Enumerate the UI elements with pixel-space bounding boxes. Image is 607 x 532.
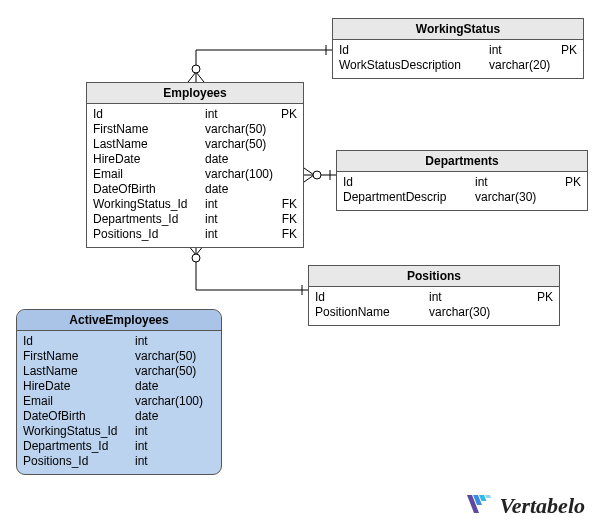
column-type: int [199, 212, 273, 227]
column-row: Departments_IdintFK [93, 212, 297, 227]
column-row: WorkStatusDescriptionvarchar(20) [339, 58, 577, 73]
column-type: int [129, 439, 191, 454]
entity-rows: IdintPKPositionNamevarchar(30) [309, 287, 559, 325]
column-type: varchar(20) [483, 58, 553, 73]
column-type: int [129, 424, 191, 439]
column-name: Departments_Id [93, 212, 199, 227]
column-name: DepartmentDescrip [343, 190, 469, 205]
column-row: Emailvarchar(100) [93, 167, 297, 182]
column-row: Positions_Idint [23, 454, 215, 469]
column-type: varchar(100) [199, 167, 273, 182]
entity-rows: IdintPKFirstNamevarchar(50)LastNamevarch… [87, 104, 303, 247]
column-name: Email [93, 167, 199, 182]
column-row: FirstNamevarchar(50) [93, 122, 297, 137]
column-type: varchar(30) [423, 305, 529, 320]
column-row: LastNamevarchar(50) [93, 137, 297, 152]
column-type: varchar(30) [469, 190, 557, 205]
column-type: varchar(50) [199, 137, 273, 152]
column-type: int [129, 334, 191, 349]
column-name: Id [315, 290, 423, 305]
column-row: Idint [23, 334, 215, 349]
column-name: PositionName [315, 305, 423, 320]
column-type: date [199, 152, 273, 167]
column-key: PK [529, 290, 553, 305]
column-name: LastName [93, 137, 199, 152]
svg-point-9 [313, 171, 321, 179]
column-row: DateOfBirthdate [93, 182, 297, 197]
column-key: FK [273, 212, 297, 227]
column-type: int [199, 197, 273, 212]
column-row: LastNamevarchar(50) [23, 364, 215, 379]
column-name: Id [339, 43, 483, 58]
svg-line-7 [304, 168, 314, 175]
entity-title: WorkingStatus [333, 19, 583, 40]
column-key: PK [553, 43, 577, 58]
svg-marker-20 [485, 495, 491, 498]
column-row: PositionNamevarchar(30) [315, 305, 553, 320]
column-name: WorkingStatus_Id [23, 424, 129, 439]
column-name: HireDate [23, 379, 129, 394]
column-name: FirstName [93, 122, 199, 137]
watermark-text: Vertabelo [499, 493, 585, 519]
vertabelo-logo-icon [465, 492, 493, 520]
column-name: Id [93, 107, 199, 122]
entity-title: Positions [309, 266, 559, 287]
column-name: FirstName [23, 349, 129, 364]
column-type: int [129, 454, 191, 469]
column-type: date [199, 182, 273, 197]
entity-departments: Departments IdintPKDepartmentDescripvarc… [336, 150, 588, 211]
svg-point-15 [192, 254, 200, 262]
column-name: LastName [23, 364, 129, 379]
column-row: Emailvarchar(100) [23, 394, 215, 409]
column-key: PK [273, 107, 297, 122]
column-type: int [199, 227, 273, 242]
column-type: date [129, 379, 191, 394]
svg-line-2 [188, 72, 196, 82]
column-row: WorkingStatus_Idint [23, 424, 215, 439]
column-row: HireDatedate [93, 152, 297, 167]
column-name: Positions_Id [93, 227, 199, 242]
column-type: int [469, 175, 557, 190]
column-name: Id [343, 175, 469, 190]
column-row: IdintPK [315, 290, 553, 305]
watermark: Vertabelo [465, 492, 585, 520]
column-name: WorkStatusDescription [339, 58, 483, 73]
entity-active-employees: ActiveEmployees IdintFirstNamevarchar(50… [16, 309, 222, 475]
column-type: varchar(100) [129, 394, 203, 409]
column-type: varchar(50) [199, 122, 273, 137]
svg-point-4 [192, 65, 200, 73]
column-type: varchar(50) [129, 349, 196, 364]
column-row: WorkingStatus_IdintFK [93, 197, 297, 212]
column-row: Positions_IdintFK [93, 227, 297, 242]
entity-working-status: WorkingStatus IdintPKWorkStatusDescripti… [332, 18, 584, 79]
entity-title: Departments [337, 151, 587, 172]
column-row: DepartmentDescripvarchar(30) [343, 190, 581, 205]
column-type: int [483, 43, 553, 58]
column-type: varchar(50) [129, 364, 196, 379]
entity-rows: IdintPKWorkStatusDescriptionvarchar(20) [333, 40, 583, 78]
entity-title: Employees [87, 83, 303, 104]
entity-rows: IdintPKDepartmentDescripvarchar(30) [337, 172, 587, 210]
column-row: HireDatedate [23, 379, 215, 394]
column-name: HireDate [93, 152, 199, 167]
entity-employees: Employees IdintPKFirstNamevarchar(50)Las… [86, 82, 304, 248]
column-type: int [199, 107, 273, 122]
column-key: FK [273, 227, 297, 242]
column-row: IdintPK [343, 175, 581, 190]
column-name: Departments_Id [23, 439, 129, 454]
column-row: IdintPK [339, 43, 577, 58]
column-key: FK [273, 197, 297, 212]
column-row: DateOfBirthdate [23, 409, 215, 424]
column-row: IdintPK [93, 107, 297, 122]
column-name: Email [23, 394, 129, 409]
column-type: date [129, 409, 191, 424]
column-name: WorkingStatus_Id [93, 197, 199, 212]
entity-title: ActiveEmployees [17, 310, 221, 331]
column-row: Departments_Idint [23, 439, 215, 454]
column-name: Positions_Id [23, 454, 129, 469]
column-row: FirstNamevarchar(50) [23, 349, 215, 364]
column-key: PK [557, 175, 581, 190]
entity-rows: IdintFirstNamevarchar(50)LastNamevarchar… [17, 331, 221, 474]
svg-line-8 [304, 175, 314, 182]
column-name: DateOfBirth [23, 409, 129, 424]
